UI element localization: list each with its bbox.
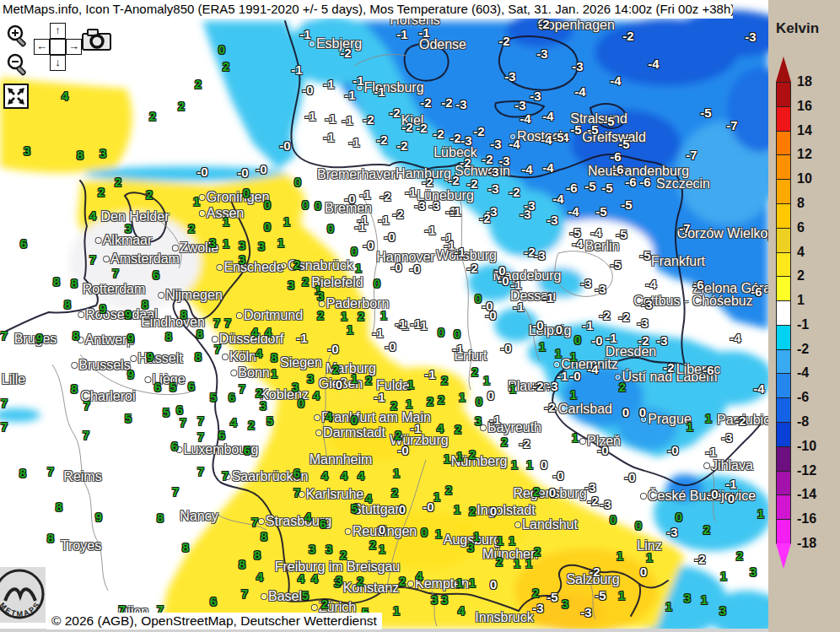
value-marker: 6 bbox=[153, 267, 159, 282]
town-marker-icon bbox=[231, 370, 236, 375]
town-marker-icon bbox=[312, 605, 317, 610]
value-marker: 0 bbox=[298, 396, 304, 410]
value-marker: -1 bbox=[513, 300, 524, 314]
value-marker: -2 bbox=[473, 124, 484, 138]
value-marker: 1 bbox=[379, 542, 385, 556]
value-marker: 0 bbox=[327, 221, 334, 235]
value-marker: 7 bbox=[180, 415, 186, 429]
value-marker: 1 bbox=[444, 451, 450, 466]
value-marker: 0 bbox=[490, 504, 497, 518]
value-marker: -3 bbox=[524, 198, 535, 213]
scale-segment bbox=[776, 276, 791, 301]
scale-tick-label: 10 bbox=[797, 171, 812, 186]
scale-segment bbox=[776, 154, 791, 180]
value-marker: 1 bbox=[193, 194, 200, 208]
city-label: Basel bbox=[261, 589, 302, 604]
weather-map[interactable]: HorsensCopenhagenEsbjergOdenseFlensburgK… bbox=[0, 0, 768, 629]
value-marker: -0 bbox=[344, 192, 355, 206]
value-marker: -2 bbox=[441, 95, 452, 110]
value-marker: 1 bbox=[497, 533, 503, 548]
value-marker: 7 bbox=[1, 419, 8, 434]
value-marker: 4 bbox=[416, 569, 423, 583]
value-marker: 1 bbox=[454, 502, 460, 516]
town-marker-icon bbox=[173, 246, 178, 251]
pan-center-button[interactable] bbox=[50, 39, 66, 55]
value-marker: -4 bbox=[730, 331, 740, 345]
value-marker: -5 bbox=[587, 122, 598, 137]
value-marker: 4 bbox=[256, 346, 262, 360]
value-marker: 0 bbox=[610, 512, 617, 527]
value-marker: 0 bbox=[351, 413, 358, 427]
value-marker: 8 bbox=[53, 274, 60, 289]
value-marker: -4 bbox=[542, 160, 553, 175]
pan-left-button[interactable]: ← bbox=[34, 39, 50, 55]
zoom-out-button[interactable] bbox=[5, 52, 30, 83]
city-label: Carlsbad bbox=[552, 402, 612, 417]
value-marker: 1 bbox=[469, 575, 476, 590]
value-marker: 2 bbox=[248, 418, 255, 432]
value-marker: 4 bbox=[304, 510, 311, 524]
scale-tick-label: -2 bbox=[797, 342, 809, 357]
value-marker: 8 bbox=[165, 329, 172, 343]
value-marker: 8 bbox=[47, 531, 54, 545]
value-marker: -2 bbox=[622, 29, 633, 43]
value-marker: 9 bbox=[100, 301, 106, 316]
town-marker-icon bbox=[145, 377, 150, 382]
value-marker: 0 bbox=[438, 325, 444, 339]
value-marker: -4 bbox=[648, 57, 659, 71]
value-marker: 1 bbox=[283, 214, 290, 229]
value-marker: 2 bbox=[391, 485, 398, 500]
zoom-in-button[interactable] bbox=[5, 24, 30, 54]
value-marker: -1 bbox=[410, 421, 421, 435]
value-marker: -6 bbox=[692, 278, 703, 292]
value-marker: 1 bbox=[355, 261, 362, 275]
scale-segment bbox=[776, 494, 791, 520]
pan-up-button[interactable]: ↑ bbox=[50, 23, 66, 39]
snapshot-button[interactable] bbox=[81, 28, 113, 55]
value-marker: -2 bbox=[532, 379, 543, 393]
value-marker: 0 bbox=[476, 394, 482, 408]
value-marker: -1 bbox=[378, 213, 389, 227]
value-marker: 7 bbox=[1, 328, 8, 343]
fullscreen-button[interactable] bbox=[3, 84, 29, 112]
value-marker: 0 bbox=[549, 485, 556, 500]
value-marker: -1 bbox=[342, 113, 353, 127]
value-marker: -3 bbox=[504, 69, 515, 84]
value-marker: 1 bbox=[555, 346, 562, 360]
value-marker: 0 bbox=[490, 577, 497, 591]
value-marker: -0 bbox=[532, 318, 543, 332]
value-marker: -2 bbox=[340, 46, 351, 60]
value-marker: 1 bbox=[277, 235, 284, 250]
scale-tick-label: -10 bbox=[797, 439, 816, 454]
value-marker: -1 bbox=[424, 223, 435, 237]
city-label: Enschede bbox=[217, 260, 283, 275]
value-marker: -3 bbox=[490, 137, 501, 151]
pan-down-button[interactable]: ↓ bbox=[50, 55, 66, 71]
scale-segment bbox=[776, 106, 791, 132]
value-marker: 8 bbox=[142, 297, 148, 311]
scale-segment bbox=[776, 422, 791, 447]
value-marker: -1 bbox=[323, 77, 334, 91]
value-marker: -7 bbox=[686, 148, 697, 162]
value-marker: 6 bbox=[210, 594, 217, 608]
value-marker: -4 bbox=[610, 73, 621, 88]
value-marker: -2 bbox=[466, 261, 477, 275]
value-marker: 1 bbox=[456, 575, 463, 590]
city-label: Darmstadt bbox=[316, 425, 385, 440]
value-marker: -3 bbox=[584, 480, 595, 494]
value-marker: -3 bbox=[580, 605, 591, 619]
value-marker: 0 bbox=[302, 197, 309, 212]
value-marker: -0 bbox=[552, 468, 563, 483]
value-marker: 8 bbox=[56, 500, 62, 514]
value-marker: 1 bbox=[393, 466, 400, 480]
value-marker: 2 bbox=[146, 187, 153, 202]
city-label: Bremerhaven bbox=[317, 167, 398, 182]
value-marker: -3 bbox=[486, 204, 497, 219]
value-marker: -4 bbox=[542, 109, 553, 123]
value-marker: 8 bbox=[195, 349, 202, 364]
value-marker: 4 bbox=[311, 571, 318, 586]
pan-right-button[interactable]: → bbox=[66, 39, 82, 55]
attribution-bar[interactable]: © 2026 (AGB), OpenStreetMap, Deutscher W… bbox=[46, 613, 382, 629]
value-marker: 3 bbox=[467, 540, 474, 554]
value-marker: -6 bbox=[703, 363, 713, 377]
